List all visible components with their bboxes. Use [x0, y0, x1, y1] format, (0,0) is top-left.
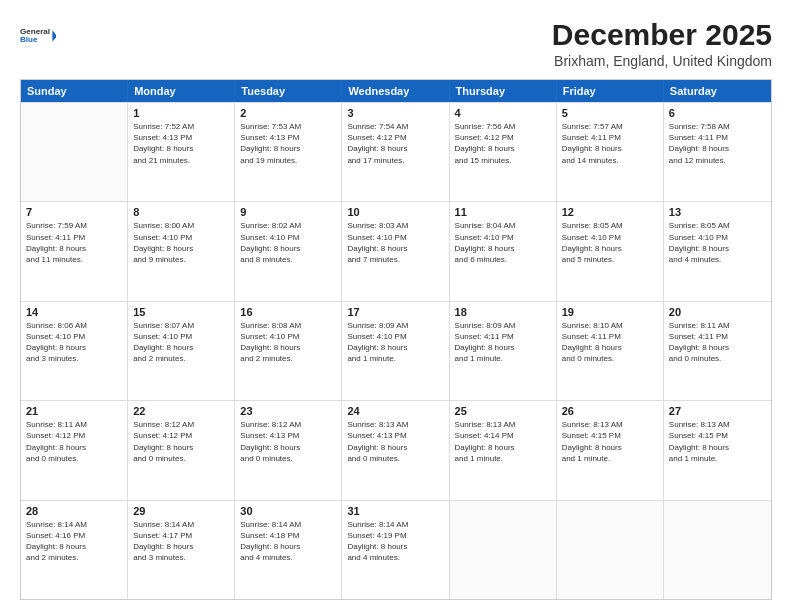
calendar-cell: 15Sunrise: 8:07 AMSunset: 4:10 PMDayligh… — [128, 302, 235, 400]
cell-line: Sunrise: 7:57 AM — [562, 121, 658, 132]
cell-line: Sunrise: 8:14 AM — [347, 519, 443, 530]
cell-line: Daylight: 8 hours — [347, 541, 443, 552]
cell-line: Daylight: 8 hours — [669, 243, 766, 254]
cell-line: Daylight: 8 hours — [455, 143, 551, 154]
cell-line: and 1 minute. — [347, 353, 443, 364]
cell-line: Daylight: 8 hours — [133, 342, 229, 353]
cell-line: and 1 minute. — [669, 453, 766, 464]
cell-line: Daylight: 8 hours — [562, 143, 658, 154]
cell-line: Sunset: 4:16 PM — [26, 530, 122, 541]
day-number: 1 — [133, 107, 229, 119]
cell-line: Sunset: 4:10 PM — [133, 232, 229, 243]
day-number: 20 — [669, 306, 766, 318]
cell-line: and 0 minutes. — [133, 453, 229, 464]
cell-line: Sunrise: 8:11 AM — [669, 320, 766, 331]
cell-line: Sunrise: 8:08 AM — [240, 320, 336, 331]
cell-line: and 14 minutes. — [562, 155, 658, 166]
cell-line: Daylight: 8 hours — [562, 342, 658, 353]
cell-line: Sunset: 4:19 PM — [347, 530, 443, 541]
calendar-header: SundayMondayTuesdayWednesdayThursdayFrid… — [21, 80, 771, 102]
cell-line: and 17 minutes. — [347, 155, 443, 166]
day-number: 4 — [455, 107, 551, 119]
svg-text:Blue: Blue — [20, 35, 38, 44]
calendar-header-cell: Monday — [128, 80, 235, 102]
cell-line: Sunset: 4:13 PM — [240, 132, 336, 143]
calendar-cell — [21, 103, 128, 201]
cell-line: Sunset: 4:11 PM — [669, 132, 766, 143]
cell-line: Sunset: 4:13 PM — [133, 132, 229, 143]
cell-line: and 3 minutes. — [26, 353, 122, 364]
cell-line: Sunset: 4:12 PM — [347, 132, 443, 143]
title-area: December 2025 Brixham, England, United K… — [552, 18, 772, 69]
day-number: 16 — [240, 306, 336, 318]
cell-line: Daylight: 8 hours — [562, 442, 658, 453]
day-number: 18 — [455, 306, 551, 318]
cell-line: Daylight: 8 hours — [455, 243, 551, 254]
day-number: 3 — [347, 107, 443, 119]
cell-line: and 0 minutes. — [562, 353, 658, 364]
calendar-cell: 20Sunrise: 8:11 AMSunset: 4:11 PMDayligh… — [664, 302, 771, 400]
calendar-header-cell: Tuesday — [235, 80, 342, 102]
cell-line: Sunset: 4:12 PM — [133, 430, 229, 441]
cell-line: Sunset: 4:18 PM — [240, 530, 336, 541]
calendar-row: 1Sunrise: 7:52 AMSunset: 4:13 PMDaylight… — [21, 102, 771, 201]
cell-line: Sunrise: 8:05 AM — [669, 220, 766, 231]
calendar-cell: 16Sunrise: 8:08 AMSunset: 4:10 PMDayligh… — [235, 302, 342, 400]
calendar-cell: 7Sunrise: 7:59 AMSunset: 4:11 PMDaylight… — [21, 202, 128, 300]
cell-line: and 6 minutes. — [455, 254, 551, 265]
cell-line: and 19 minutes. — [240, 155, 336, 166]
calendar-cell: 28Sunrise: 8:14 AMSunset: 4:16 PMDayligh… — [21, 501, 128, 599]
cell-line: Sunrise: 8:14 AM — [26, 519, 122, 530]
cell-line: Daylight: 8 hours — [240, 243, 336, 254]
svg-text:General: General — [20, 27, 50, 36]
day-number: 14 — [26, 306, 122, 318]
svg-marker-2 — [52, 30, 56, 42]
calendar-body: 1Sunrise: 7:52 AMSunset: 4:13 PMDaylight… — [21, 102, 771, 599]
day-number: 7 — [26, 206, 122, 218]
cell-line: Daylight: 8 hours — [240, 342, 336, 353]
day-number: 27 — [669, 405, 766, 417]
calendar-cell: 3Sunrise: 7:54 AMSunset: 4:12 PMDaylight… — [342, 103, 449, 201]
logo: General Blue — [20, 18, 56, 54]
calendar-cell: 22Sunrise: 8:12 AMSunset: 4:12 PMDayligh… — [128, 401, 235, 499]
cell-line: and 2 minutes. — [26, 552, 122, 563]
calendar-cell: 14Sunrise: 8:06 AMSunset: 4:10 PMDayligh… — [21, 302, 128, 400]
calendar: SundayMondayTuesdayWednesdayThursdayFrid… — [20, 79, 772, 600]
day-number: 13 — [669, 206, 766, 218]
cell-line: Sunset: 4:13 PM — [240, 430, 336, 441]
calendar-cell — [557, 501, 664, 599]
cell-line: Daylight: 8 hours — [347, 342, 443, 353]
calendar-row: 7Sunrise: 7:59 AMSunset: 4:11 PMDaylight… — [21, 201, 771, 300]
cell-line: Sunrise: 8:14 AM — [240, 519, 336, 530]
cell-line: and 4 minutes. — [347, 552, 443, 563]
day-number: 22 — [133, 405, 229, 417]
cell-line: Sunrise: 8:03 AM — [347, 220, 443, 231]
cell-line: Sunset: 4:11 PM — [669, 331, 766, 342]
cell-line: Sunset: 4:15 PM — [562, 430, 658, 441]
cell-line: Daylight: 8 hours — [347, 442, 443, 453]
cell-line: Sunset: 4:10 PM — [240, 232, 336, 243]
calendar-cell: 26Sunrise: 8:13 AMSunset: 4:15 PMDayligh… — [557, 401, 664, 499]
cell-line: Daylight: 8 hours — [455, 342, 551, 353]
calendar-cell: 1Sunrise: 7:52 AMSunset: 4:13 PMDaylight… — [128, 103, 235, 201]
cell-line: Sunrise: 8:13 AM — [562, 419, 658, 430]
day-number: 2 — [240, 107, 336, 119]
calendar-cell: 24Sunrise: 8:13 AMSunset: 4:13 PMDayligh… — [342, 401, 449, 499]
calendar-cell — [664, 501, 771, 599]
calendar-cell: 2Sunrise: 7:53 AMSunset: 4:13 PMDaylight… — [235, 103, 342, 201]
calendar-cell: 13Sunrise: 8:05 AMSunset: 4:10 PMDayligh… — [664, 202, 771, 300]
cell-line: and 0 minutes. — [669, 353, 766, 364]
cell-line: and 2 minutes. — [240, 353, 336, 364]
cell-line: Sunset: 4:10 PM — [455, 232, 551, 243]
cell-line: and 0 minutes. — [347, 453, 443, 464]
cell-line: Sunset: 4:11 PM — [455, 331, 551, 342]
cell-line: Sunset: 4:12 PM — [455, 132, 551, 143]
cell-line: Sunset: 4:13 PM — [347, 430, 443, 441]
cell-line: Sunset: 4:10 PM — [562, 232, 658, 243]
day-number: 29 — [133, 505, 229, 517]
cell-line: Daylight: 8 hours — [133, 243, 229, 254]
cell-line: Sunrise: 8:06 AM — [26, 320, 122, 331]
cell-line: Sunset: 4:11 PM — [562, 132, 658, 143]
calendar-cell: 27Sunrise: 8:13 AMSunset: 4:15 PMDayligh… — [664, 401, 771, 499]
subtitle: Brixham, England, United Kingdom — [552, 53, 772, 69]
